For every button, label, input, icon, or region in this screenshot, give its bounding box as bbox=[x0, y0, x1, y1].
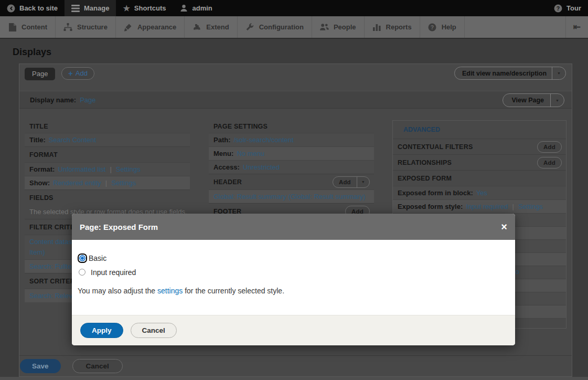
extend-puzzle-icon bbox=[193, 23, 201, 31]
close-icon[interactable]: × bbox=[501, 221, 507, 232]
path-value-link[interactable]: /solr-search/content bbox=[234, 136, 294, 144]
display-name-value-link[interactable]: Page bbox=[80, 96, 95, 104]
menu-item-structure[interactable]: Structure bbox=[56, 16, 116, 38]
exposed-form-style-link[interactable]: Input required bbox=[466, 203, 508, 210]
header-add-button[interactable]: Add ▼ bbox=[333, 176, 370, 188]
content-file-icon bbox=[8, 23, 17, 31]
cancel-button[interactable]: Cancel bbox=[72, 359, 123, 373]
column-middle: PAGE SETTINGS Path:/solr-search/content … bbox=[209, 120, 374, 219]
radio-option-input-required[interactable]: Input required bbox=[78, 268, 509, 277]
title-value-link[interactable]: Search Content bbox=[49, 136, 96, 144]
page-title: Displays bbox=[13, 46, 588, 64]
toolbar-orientation-toggle[interactable]: ⇤ bbox=[565, 16, 588, 38]
format-label: Format: bbox=[29, 165, 55, 173]
path-row: Path:/solr-search/content bbox=[209, 133, 374, 146]
section-format-header: FORMAT bbox=[25, 146, 190, 162]
menu-item-help[interactable]: ? Help bbox=[420, 16, 465, 38]
show-label: Show: bbox=[29, 179, 50, 187]
view-page-label: View Page bbox=[503, 97, 550, 104]
show-settings-link[interactable]: Settings bbox=[111, 179, 136, 187]
back-to-site-button[interactable]: Back to site bbox=[0, 0, 65, 16]
shortcuts-label: Shortcuts bbox=[134, 4, 166, 12]
admin-username-label: admin bbox=[193, 4, 212, 12]
result-summary-link[interactable]: Global: Result summary (Global: Result s… bbox=[213, 193, 366, 200]
appearance-brush-icon bbox=[124, 23, 133, 31]
menu-item-people[interactable]: People bbox=[312, 16, 365, 38]
pipe-separator: | bbox=[512, 203, 514, 210]
exposed-form-in-block-row: Exposed form in block:Yes bbox=[393, 186, 566, 199]
menu-item-label: Configuration bbox=[259, 23, 304, 31]
format-settings-link[interactable]: Settings bbox=[116, 165, 141, 173]
svg-text:?: ? bbox=[557, 5, 560, 11]
admin-toolbar: Back to site Manage ★ Shortcuts admin ? … bbox=[0, 0, 588, 16]
exposed-form-in-block-link[interactable]: Yes bbox=[476, 189, 487, 197]
menu-item-label: Appearance bbox=[137, 23, 176, 31]
chevron-down-icon[interactable]: ▼ bbox=[357, 177, 369, 187]
section-title-header: TITLE bbox=[25, 120, 190, 133]
save-button[interactable]: Save bbox=[20, 359, 61, 373]
dialog-body: Basic Input required You may also adjust… bbox=[72, 240, 515, 305]
advanced-toggle[interactable]: ADVANCED bbox=[393, 121, 566, 139]
back-icon bbox=[7, 4, 15, 13]
relationships-add-button[interactable]: Add bbox=[537, 157, 562, 168]
manage-button[interactable]: Manage bbox=[65, 0, 116, 16]
menu-item-label: People bbox=[334, 23, 356, 31]
chevron-down-icon[interactable]: ▼ bbox=[550, 94, 564, 107]
access-value-link[interactable]: Unrestricted bbox=[243, 163, 280, 171]
view-page-button[interactable]: View Page ▼ bbox=[503, 93, 564, 107]
page-bottom-strip bbox=[0, 377, 588, 380]
section-page-settings-header: PAGE SETTINGS bbox=[209, 120, 374, 133]
radio-unselected-icon[interactable] bbox=[79, 269, 85, 276]
exposed-form-dialog: Page: Exposed Form × Basic Input require… bbox=[72, 214, 515, 345]
display-name-bar: Display name: Page View Page ▼ bbox=[19, 91, 572, 109]
edit-view-name-label: Edit view name/description bbox=[455, 70, 552, 77]
format-value-link[interactable]: Unformatted list bbox=[58, 165, 105, 173]
description-prefix: You may also adjust the bbox=[78, 287, 157, 295]
structure-sitemap-icon bbox=[63, 23, 72, 31]
exposed-form-style-label: Exposed form style: bbox=[398, 203, 463, 210]
pipe-separator: | bbox=[110, 165, 111, 173]
menu-item-reports[interactable]: Reports bbox=[365, 16, 420, 38]
section-contextual-filters-header: CONTEXTUAL FILTERS Add bbox=[393, 139, 566, 154]
menu-item-content[interactable]: Content bbox=[0, 16, 56, 38]
shortcuts-button[interactable]: ★ Shortcuts bbox=[116, 0, 173, 16]
settings-link[interactable]: settings bbox=[157, 287, 183, 295]
people-icon bbox=[320, 23, 329, 31]
menu-item-extend[interactable]: Extend bbox=[185, 16, 237, 38]
access-row: Access:Unrestricted bbox=[209, 160, 374, 174]
dialog-cancel-button[interactable]: Cancel bbox=[131, 323, 177, 338]
menu-item-appearance[interactable]: Appearance bbox=[116, 16, 185, 38]
tab-page-display[interactable]: Page bbox=[25, 68, 55, 80]
section-header-header: HEADER Add ▼ bbox=[209, 174, 374, 189]
radio-selected-icon[interactable] bbox=[78, 254, 87, 263]
menu-item-label: Structure bbox=[77, 23, 108, 31]
dialog-title: Page: Exposed Form bbox=[80, 223, 158, 231]
toolbar-collapse-icon: ⇤ bbox=[573, 22, 581, 33]
apply-button[interactable]: Apply bbox=[80, 323, 123, 338]
exposed-form-in-block-label: Exposed form in block: bbox=[398, 189, 473, 197]
edit-view-name-button[interactable]: Edit view name/description ▼ bbox=[454, 67, 566, 80]
show-value-link[interactable]: Rendered entity bbox=[53, 179, 101, 187]
menu-value-link[interactable]: No menu bbox=[237, 150, 264, 157]
reports-barchart-icon bbox=[372, 23, 381, 31]
plus-icon: + bbox=[68, 69, 73, 77]
contextual-filters-label: CONTEXTUAL FILTERS bbox=[398, 143, 473, 151]
contextual-filters-add-button[interactable]: Add bbox=[537, 141, 562, 153]
dialog-titlebar[interactable]: Page: Exposed Form × bbox=[72, 214, 515, 240]
radio-option-basic[interactable]: Basic bbox=[78, 254, 509, 263]
menu-label: Menu: bbox=[213, 150, 233, 157]
tour-button[interactable]: ? Tour bbox=[547, 0, 588, 16]
exposed-form-settings-link[interactable]: Settings bbox=[518, 203, 543, 210]
header-section-label: HEADER bbox=[213, 178, 242, 186]
menu-item-label: Reports bbox=[386, 23, 412, 31]
menu-item-configuration[interactable]: Configuration bbox=[238, 16, 312, 38]
exposed-form-style-row: Exposed form style:Input required|Settin… bbox=[393, 199, 566, 213]
radio-input-required-label: Input required bbox=[91, 268, 136, 277]
section-relationships-header: RELATIONSHIPS Add bbox=[393, 154, 566, 170]
tour-label: Tour bbox=[566, 4, 581, 12]
title-label: Title: bbox=[29, 136, 46, 144]
pipe-separator: | bbox=[105, 179, 107, 187]
admin-user-button[interactable]: admin bbox=[173, 0, 219, 16]
chevron-down-icon[interactable]: ▼ bbox=[552, 67, 565, 79]
add-display-button[interactable]: + Add bbox=[61, 67, 94, 80]
